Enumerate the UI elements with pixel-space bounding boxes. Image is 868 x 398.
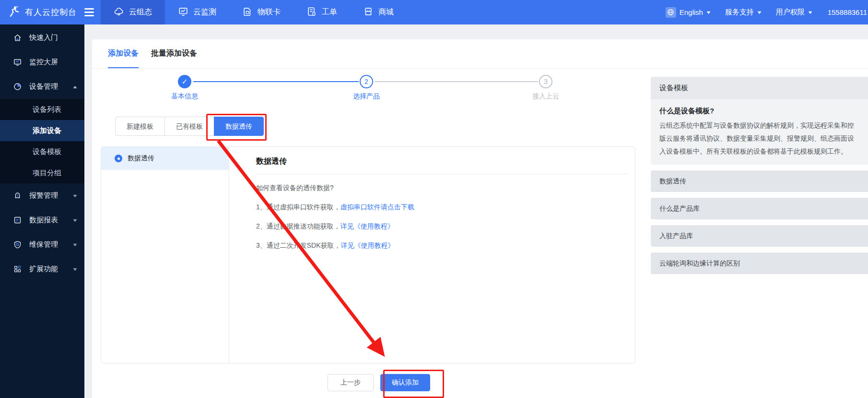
chevron-down-icon: ▼ xyxy=(72,242,78,247)
sidebar-item-big-screen[interactable]: 监控大屏 xyxy=(0,50,84,74)
top-navigation: 云组态 云监测 物联卡 工单 商城 xyxy=(101,0,407,24)
tutorial-link-sdk[interactable]: 详见《使用教程》 xyxy=(341,241,395,249)
sidebar-item-maintenance-manage[interactable]: 维保管理 ▼ xyxy=(0,232,84,257)
topnav-item-work-order[interactable]: 工单 xyxy=(293,0,350,24)
tab-add-device[interactable]: 添加设备 xyxy=(108,39,139,68)
option-list-panel: 数据透传 xyxy=(101,147,229,363)
step-basic-info: ✓ 基本信息 xyxy=(151,75,218,101)
heading-divider xyxy=(256,174,628,174)
sim-card-icon xyxy=(242,6,253,19)
sidebar-item-project-group[interactable]: 项目分组 xyxy=(0,162,84,183)
sidebar-item-device-manage[interactable]: 设备管理 ▲ xyxy=(0,74,84,99)
topnav-item-store[interactable]: 商城 xyxy=(350,0,407,24)
step-connect-cloud: 3 接入上云 xyxy=(512,75,579,101)
template-type-switcher: 新建模板 已有模板 数据透传 xyxy=(115,117,264,136)
logo-area[interactable]: 有人云控制台 xyxy=(0,0,101,24)
sidebar-item-device-template[interactable]: 设备模板 xyxy=(0,141,84,162)
help-row-join-product-library[interactable]: 入驻产品库 xyxy=(651,225,868,247)
passthrough-detail-panel: 数据透传 如何查看设备的透传数据? 1、通过虚拟串口软件获取，虚拟串口软件请点击… xyxy=(229,147,635,363)
template-tab-data-passthrough[interactable]: 数据透传 xyxy=(214,117,264,136)
sidebar-item-quick-start[interactable]: 快速入门 xyxy=(0,25,84,50)
radio-selected-icon[interactable] xyxy=(115,155,122,162)
tutorial-link-data-push[interactable]: 详见《使用教程》 xyxy=(340,222,394,230)
step-done-check-icon: ✓ xyxy=(178,75,191,88)
sidebar-item-data-report[interactable]: 数据报表 ▼ xyxy=(0,208,84,232)
topnav-item-cloud-monitor[interactable]: 云监测 xyxy=(165,0,229,24)
big-screen-icon xyxy=(13,58,22,67)
chevron-down-icon: ▼ xyxy=(756,10,762,15)
help-section-title: 什么是设备模板? xyxy=(659,107,868,116)
device-manage-submenu: 设备列表 添加设备 设备模板 项目分组 xyxy=(0,99,84,183)
report-icon xyxy=(13,216,22,225)
service-support-menu[interactable]: 服务支持 ▼ xyxy=(725,8,762,17)
sidebar-item-extensions[interactable]: 扩展功能 ▼ xyxy=(0,257,84,281)
help-header-device-template[interactable]: 设备模板 xyxy=(651,77,868,99)
tab-batch-add-device[interactable]: 批量添加设备 xyxy=(151,39,197,68)
chevron-down-icon: ▼ xyxy=(72,267,78,272)
store-icon xyxy=(363,6,374,19)
step-select-product: 2 选择产品 xyxy=(333,75,400,101)
option-data-passthrough[interactable]: 数据透传 xyxy=(101,147,229,170)
app-title: 有人云控制台 xyxy=(25,7,77,18)
panel-heading: 数据透传 xyxy=(256,157,635,167)
chevron-down-icon: ▼ xyxy=(705,10,711,15)
template-tab-new-template[interactable]: 新建模板 xyxy=(115,117,165,136)
sidebar-item-alarm-manage[interactable]: 报警管理 ▼ xyxy=(0,183,84,208)
panel-question: 如何查看设备的透传数据? xyxy=(256,184,635,193)
main-content-card: 添加设备 批量添加设备 ✓ 基本信息 2 选择产品 3 接入上云 新建模板 已有… xyxy=(92,39,868,398)
instruction-line-3: 3、通过二次开发SDK获取，详见《使用教程》 xyxy=(256,241,635,250)
cloud-icon xyxy=(114,6,124,19)
account-phone-number[interactable]: 1558883611 xyxy=(828,8,867,16)
work-order-icon xyxy=(306,6,317,19)
usr-person-logo-icon xyxy=(8,5,20,20)
chevron-down-icon: ▼ xyxy=(72,193,78,198)
monitor-chart-icon xyxy=(178,6,188,19)
help-text-line: 云组态系统中配置与设备数据协议的解析规则，实现远程采集和控 xyxy=(659,119,868,132)
topnav-item-iot-sim[interactable]: 物联卡 xyxy=(229,0,293,24)
help-row-what-is-product-library[interactable]: 什么是产品库 xyxy=(651,198,868,219)
previous-step-button[interactable]: 上一步 xyxy=(328,374,374,391)
sidebar-item-add-device[interactable]: 添加设备 xyxy=(0,120,84,141)
passthrough-content-box: 数据透传 数据透传 如何查看设备的透传数据? 1、通过虚拟串口软件获取，虚拟串口… xyxy=(101,146,635,363)
extension-grid-icon xyxy=(13,265,22,274)
menu-toggle-icon[interactable] xyxy=(84,8,94,16)
template-tab-existing-template[interactable]: 已有模板 xyxy=(164,117,214,136)
language-label: English xyxy=(680,8,703,16)
topbar-right: English ▼ 服务支持 ▼ 用户权限 ▼ 1558883611 xyxy=(658,0,868,24)
help-text-line: 入设备模板中。所有关联模板的设备都将基于此模板规则工作。 xyxy=(659,145,868,158)
help-panel: 设备模板 什么是设备模板? 云组态系统中配置与设备数据协议的解析规则，实现远程采… xyxy=(651,77,868,274)
page-tabs: 添加设备 批量添加设备 xyxy=(92,39,868,69)
confirm-add-button[interactable]: 确认添加 xyxy=(380,374,430,391)
globe-icon xyxy=(666,7,676,18)
maintenance-shield-icon xyxy=(13,240,22,249)
help-row-data-passthrough[interactable]: 数据透传 xyxy=(651,170,868,192)
topbar: 有人云控制台 云组态 云监测 物联卡 工单 商城 English ▼ xyxy=(0,0,868,24)
help-row-cloud-polling-vs-edge[interactable]: 云端轮询和边缘计算的区别 xyxy=(651,253,868,274)
topnav-item-cloud-scada[interactable]: 云组态 xyxy=(101,0,165,24)
help-section-what-is-template: 什么是设备模板? 云组态系统中配置与设备数据协议的解析规则，实现远程采集和控 版… xyxy=(651,99,868,165)
sidebar-item-device-list[interactable]: 设备列表 xyxy=(0,99,84,120)
sidebar: 快速入门 监控大屏 设备管理 ▲ 设备列表 添加设备 设备模板 项目分组 报警管… xyxy=(0,24,84,398)
device-manage-icon xyxy=(13,82,22,91)
instruction-line-1: 1、通过虚拟串口软件获取，虚拟串口软件请点击下载 xyxy=(256,203,635,212)
help-text-line: 版云服务将通讯协议、数据变量采集规则、报警规则、组态画面设 xyxy=(659,132,868,145)
home-icon xyxy=(13,33,22,42)
language-selector[interactable]: English ▼ xyxy=(666,7,711,18)
chevron-up-icon: ▲ xyxy=(72,84,78,89)
download-virtual-serial-link[interactable]: 虚拟串口软件请点击下载 xyxy=(340,203,414,211)
instruction-line-2: 2、通过数据推送功能获取，详见《使用教程》 xyxy=(256,222,635,231)
chevron-down-icon: ▼ xyxy=(72,218,78,223)
chevron-down-icon: ▼ xyxy=(807,10,813,15)
user-permission-menu[interactable]: 用户权限 ▼ xyxy=(776,8,812,17)
alarm-icon xyxy=(13,191,22,200)
